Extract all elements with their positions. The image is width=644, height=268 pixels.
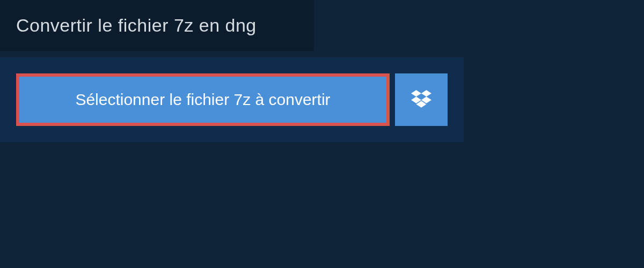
header-section: Convertir le fichier 7z en dng xyxy=(0,0,314,51)
select-file-label: Sélectionner le fichier 7z à convertir xyxy=(75,91,330,109)
upload-container: Sélectionner le fichier 7z à convertir xyxy=(0,57,464,142)
select-file-button[interactable]: Sélectionner le fichier 7z à convertir xyxy=(16,73,390,126)
dropbox-icon xyxy=(411,90,431,109)
page-title: Convertir le fichier 7z en dng xyxy=(16,15,314,36)
dropbox-button[interactable] xyxy=(395,73,448,126)
